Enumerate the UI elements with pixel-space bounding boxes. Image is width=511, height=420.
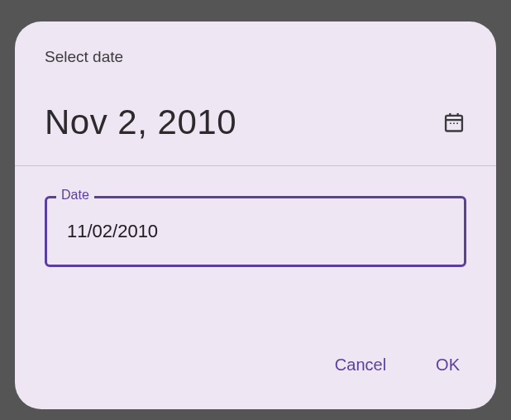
ok-button[interactable]: OK (432, 349, 463, 381)
dialog-title: Select date (45, 48, 466, 66)
date-field-label: Date (56, 188, 94, 203)
cancel-button[interactable]: Cancel (332, 349, 389, 381)
svg-point-5 (453, 122, 455, 124)
dialog-header: Select date Nov 2, 2010 (15, 21, 496, 165)
dialog-actions: Cancel OK (15, 349, 496, 409)
selected-date-display: Nov 2, 2010 (45, 103, 236, 142)
svg-point-6 (456, 122, 458, 124)
selected-date-row: Nov 2, 2010 (45, 103, 466, 142)
date-field-wrap: Date (45, 196, 466, 267)
date-input[interactable] (45, 196, 466, 267)
dialog-body: Date (15, 166, 496, 349)
calendar-icon[interactable] (442, 110, 466, 135)
date-picker-dialog: Select date Nov 2, 2010 Date C (15, 21, 496, 409)
svg-point-4 (450, 122, 451, 124)
